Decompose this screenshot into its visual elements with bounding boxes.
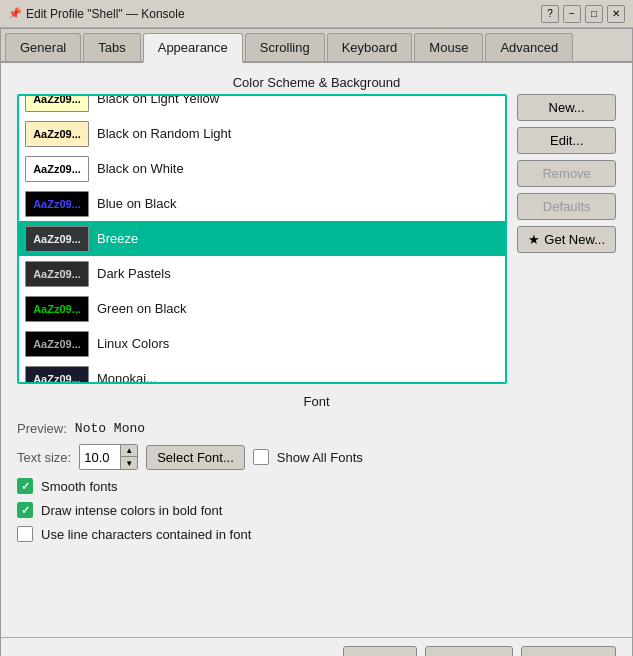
color-preview: AaZz09... [25, 366, 89, 385]
title-bar-controls: ? − □ ✕ [541, 5, 625, 23]
show-all-fonts-label: Show All Fonts [277, 450, 363, 465]
scheme-name: Linux Colors [97, 336, 169, 351]
color-preview: AaZz09... [25, 296, 89, 322]
font-section-title: Font [17, 394, 616, 409]
tab-keyboard[interactable]: Keyboard [327, 33, 413, 61]
tab-general[interactable]: General [5, 33, 81, 61]
scheme-name: Green on Black [97, 301, 187, 316]
bold-colors-label: Draw intense colors in bold font [41, 503, 222, 518]
color-list-item[interactable]: AaZz09...Green on Black [19, 291, 505, 326]
color-scheme-container: AaZz09...Black on Light YellowAaZz09...B… [17, 94, 616, 384]
bold-colors-checkbox[interactable] [17, 502, 33, 518]
title-bar: 📌 Edit Profile "Shell" — Konsole ? − □ ✕ [0, 0, 633, 28]
ok-button[interactable]: ✓ OK [343, 646, 417, 656]
color-preview: AaZz09... [25, 191, 89, 217]
show-all-fonts-row: Show All Fonts [253, 449, 363, 465]
font-preview-row: Preview: Noto Mono [17, 421, 616, 436]
line-chars-row: Use line characters contained in font [17, 526, 616, 542]
smooth-fonts-row: Smooth fonts [17, 478, 616, 494]
remove-button[interactable]: Remove [517, 160, 616, 187]
new-button[interactable]: New... [517, 94, 616, 121]
text-size-input[interactable] [80, 448, 120, 467]
color-list[interactable]: AaZz09...Black on Light YellowAaZz09...B… [17, 94, 507, 384]
scheme-name: Breeze [97, 231, 138, 246]
get-new-button[interactable]: ★ Get New... [517, 226, 616, 253]
font-preview: Noto Mono [75, 421, 145, 436]
minimize-button[interactable]: − [563, 5, 581, 23]
color-list-item[interactable]: AaZz09...Monokai... [19, 361, 505, 384]
color-list-item[interactable]: AaZz09...Black on Random Light [19, 116, 505, 151]
color-list-item[interactable]: AaZz09...Breeze [19, 221, 505, 256]
tab-appearance[interactable]: Appearance [143, 33, 243, 63]
tab-scrolling[interactable]: Scrolling [245, 33, 325, 61]
spinner-arrows: ▲ ▼ [120, 445, 137, 469]
bottom-bar: ✓ OK ✓ Apply ✕ Cancel [1, 637, 632, 656]
side-buttons: New... Edit... Remove Defaults ★ Get New… [517, 94, 616, 384]
font-size-row: Text size: ▲ ▼ Select Font... Show All F… [17, 444, 616, 470]
tab-tabs[interactable]: Tabs [83, 33, 140, 61]
apply-button[interactable]: ✓ Apply [425, 646, 513, 656]
color-list-item[interactable]: AaZz09...Black on White [19, 151, 505, 186]
scheme-name: Blue on Black [97, 196, 177, 211]
close-button[interactable]: ✕ [607, 5, 625, 23]
color-preview: AaZz09... [25, 331, 89, 357]
scheme-name: Black on Light Yellow [97, 94, 219, 106]
scheme-name: Dark Pastels [97, 266, 171, 281]
help-button[interactable]: ? [541, 5, 559, 23]
scheme-name: Monokai... [97, 371, 157, 384]
bold-colors-row: Draw intense colors in bold font [17, 502, 616, 518]
text-size-label: Text size: [17, 450, 71, 465]
get-new-label: Get New... [544, 232, 605, 247]
color-preview: AaZz09... [25, 121, 89, 147]
smooth-fonts-checkbox[interactable] [17, 478, 33, 494]
color-preview: AaZz09... [25, 156, 89, 182]
tab-mouse[interactable]: Mouse [414, 33, 483, 61]
smooth-fonts-label: Smooth fonts [41, 479, 118, 494]
tab-advanced[interactable]: Advanced [485, 33, 573, 61]
color-list-item[interactable]: AaZz09...Linux Colors [19, 326, 505, 361]
spinner-up-button[interactable]: ▲ [121, 445, 137, 457]
star-icon: ★ [528, 232, 540, 247]
color-preview: AaZz09... [25, 94, 89, 112]
color-preview: AaZz09... [25, 226, 89, 252]
color-list-item[interactable]: AaZz09...Blue on Black [19, 186, 505, 221]
scheme-name: Black on White [97, 161, 184, 176]
title-bar-title: Edit Profile "Shell" — Konsole [26, 7, 185, 21]
color-scheme-section: Color Scheme & Background AaZz09...Black… [17, 75, 616, 384]
line-chars-label: Use line characters contained in font [41, 527, 251, 542]
color-preview: AaZz09... [25, 261, 89, 287]
tabs-bar: General Tabs Appearance Scrolling Keyboa… [1, 29, 632, 63]
title-bar-left: 📌 Edit Profile "Shell" — Konsole [8, 7, 185, 21]
maximize-button[interactable]: □ [585, 5, 603, 23]
preview-label: Preview: [17, 421, 67, 436]
main-content: Color Scheme & Background AaZz09...Black… [1, 63, 632, 637]
color-list-item[interactable]: AaZz09...Dark Pastels [19, 256, 505, 291]
defaults-button[interactable]: Defaults [517, 193, 616, 220]
pin-icon[interactable]: 📌 [8, 7, 22, 20]
color-scheme-title: Color Scheme & Background [17, 75, 616, 90]
edit-button[interactable]: Edit... [517, 127, 616, 154]
window: General Tabs Appearance Scrolling Keyboa… [0, 28, 633, 656]
text-size-spinner[interactable]: ▲ ▼ [79, 444, 138, 470]
show-all-fonts-checkbox[interactable] [253, 449, 269, 465]
spinner-down-button[interactable]: ▼ [121, 457, 137, 469]
cancel-button[interactable]: ✕ Cancel [521, 646, 616, 656]
color-list-item[interactable]: AaZz09...Black on Light Yellow [19, 94, 505, 116]
line-chars-checkbox[interactable] [17, 526, 33, 542]
font-section: Font Preview: Noto Mono Text size: ▲ ▼ S… [17, 394, 616, 542]
scheme-name: Black on Random Light [97, 126, 231, 141]
select-font-button[interactable]: Select Font... [146, 445, 245, 470]
